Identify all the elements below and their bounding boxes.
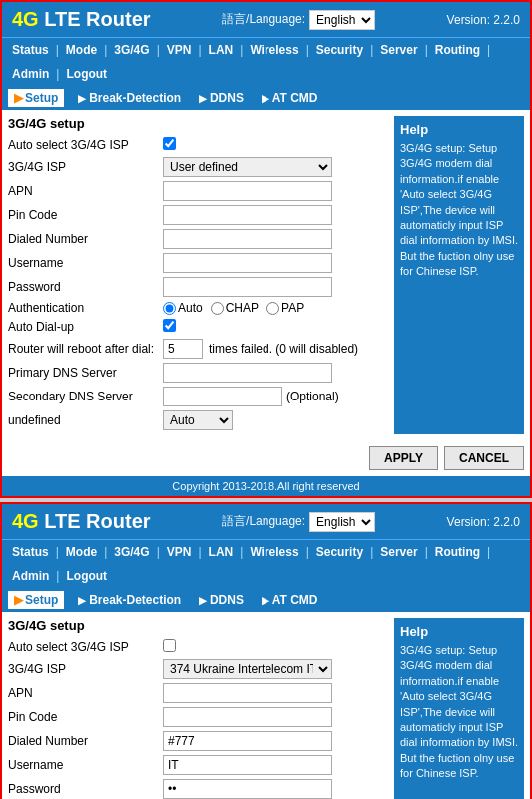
cancel-button[interactable]: CANCEL <box>444 446 524 470</box>
field-input-4[interactable] <box>163 731 332 751</box>
subnav-item-setup[interactable]: ▶Setup <box>8 591 64 609</box>
form-area: 3G/4G setupAuto select 3G/4G ISP3G/4G IS… <box>8 116 388 434</box>
help-text: 3G/4G setup: Setup 3G/4G modem dial info… <box>400 643 518 782</box>
field-input-6[interactable] <box>163 277 332 297</box>
password-input-6[interactable] <box>163 277 332 297</box>
form-row-5: Username <box>8 755 388 775</box>
nav-item-3g/4g[interactable]: 3G/4G <box>108 540 155 564</box>
subnav-item-ddns[interactable]: DDNS <box>195 591 248 609</box>
dns-primary-input[interactable] <box>163 363 332 383</box>
subnav-item-at cmd[interactable]: AT CMD <box>258 89 322 107</box>
nav-item-vpn[interactable]: VPN <box>161 38 198 62</box>
text-input-2[interactable] <box>163 181 332 201</box>
active-arrow: ▶ <box>14 593 23 607</box>
checkbox-8[interactable] <box>163 319 176 332</box>
field-input-2[interactable] <box>163 683 332 703</box>
subnav-item-at cmd[interactable]: AT CMD <box>258 591 322 609</box>
radio-pap[interactable] <box>266 302 279 315</box>
subnav-item-setup[interactable]: ▶Setup <box>8 89 64 107</box>
undefined-select[interactable]: Auto <box>163 410 233 430</box>
nav-item-mode[interactable]: Mode <box>60 540 103 564</box>
apply-button[interactable]: APPLY <box>369 446 438 470</box>
field-input-3[interactable] <box>163 205 332 225</box>
nav-item-security[interactable]: Security <box>310 540 369 564</box>
text-input-5[interactable] <box>163 755 332 775</box>
select-1[interactable]: 374 Ukraine Intertelecom ITUser defined <box>163 659 332 679</box>
reboot-suffix: times failed. (0 will disabled) <box>209 342 358 356</box>
nav-item-vpn[interactable]: VPN <box>161 540 198 564</box>
nav-item-status[interactable]: Status <box>6 540 55 564</box>
subnav-item-ddns[interactable]: DDNS <box>195 89 248 107</box>
section-title: 3G/4G setup <box>8 618 388 633</box>
title-4g: 4G <box>12 8 39 30</box>
radio-auto[interactable] <box>163 302 176 315</box>
nav-item-logout[interactable]: Logout <box>60 564 113 588</box>
text-input-3[interactable] <box>163 707 332 727</box>
field-label-2: APN <box>8 184 163 198</box>
nav-item-lan[interactable]: LAN <box>203 38 240 62</box>
nav-item-lan[interactable]: LAN <box>203 540 240 564</box>
subnav-item-breakdetection[interactable]: Break-Detection <box>74 89 185 107</box>
form-row-5: Username <box>8 253 388 273</box>
reboot-input[interactable] <box>163 339 203 359</box>
dns-secondary-input-wrap: (Optional) <box>163 387 339 406</box>
password-input-6[interactable] <box>163 779 332 799</box>
form-row-3: Pin Code <box>8 205 388 225</box>
form-row-2: APN <box>8 683 388 703</box>
nav-item-logout[interactable]: Logout <box>60 62 113 86</box>
router-panel-1: 4G LTE Router語言/Language:English中文Versio… <box>0 0 532 498</box>
dns-secondary-input[interactable] <box>163 387 282 406</box>
reboot-row: Router will reboot after dial:times fail… <box>8 339 388 359</box>
text-input-3[interactable] <box>163 205 332 225</box>
checkbox-0[interactable] <box>163 137 176 150</box>
subnav-item-breakdetection[interactable]: Break-Detection <box>74 591 185 609</box>
field-input-6[interactable] <box>163 779 332 799</box>
nav-item-wireless[interactable]: Wireless <box>244 38 304 62</box>
nav-item-status[interactable]: Status <box>6 38 55 62</box>
select-1[interactable]: User defined <box>163 157 332 177</box>
text-input-4[interactable] <box>163 731 332 751</box>
field-input-1[interactable]: User defined <box>163 157 332 177</box>
nav-item-3g/4g[interactable]: 3G/4G <box>108 38 155 62</box>
language-selector-area: 語言/Language:English中文 <box>222 10 375 30</box>
nav-item-admin[interactable]: Admin <box>6 564 55 588</box>
field-input-4[interactable] <box>163 229 332 249</box>
field-input-8[interactable] <box>163 319 332 335</box>
field-input-5[interactable] <box>163 253 332 273</box>
radio-group-7: AutoCHAPPAP <box>163 301 332 315</box>
help-title: Help <box>400 624 518 639</box>
radio-label-chap[interactable]: CHAP <box>211 301 259 315</box>
field-label-6: Password <box>8 280 163 294</box>
nav-item-routing[interactable]: Routing <box>429 38 486 62</box>
dns-secondary-label: Secondary DNS Server <box>8 390 163 403</box>
language-select[interactable]: English中文 <box>309 10 375 30</box>
text-input-5[interactable] <box>163 253 332 273</box>
router-panel-2: 4G LTE Router語言/Language:English中文Versio… <box>0 502 532 799</box>
text-input-2[interactable] <box>163 683 332 703</box>
nav-item-security[interactable]: Security <box>310 38 369 62</box>
checkbox-0[interactable] <box>163 639 176 652</box>
nav-item-admin[interactable]: Admin <box>6 62 55 86</box>
nav-item-server[interactable]: Server <box>374 540 423 564</box>
field-input-1[interactable]: 374 Ukraine Intertelecom ITUser defined <box>163 659 332 679</box>
language-select[interactable]: English中文 <box>309 512 375 532</box>
radio-label-pap[interactable]: PAP <box>266 301 304 315</box>
text-input-4[interactable] <box>163 229 332 249</box>
form-row-1: 3G/4G ISPUser defined <box>8 157 388 177</box>
dns-primary-row: Primary DNS Server <box>8 363 388 383</box>
field-input-2[interactable] <box>163 181 332 201</box>
title-lte: LTE <box>39 510 81 532</box>
form-row-1: 3G/4G ISP374 Ukraine Intertelecom ITUser… <box>8 659 388 679</box>
field-input-0[interactable] <box>163 137 332 153</box>
radio-chap[interactable] <box>211 302 224 315</box>
nav-item-server[interactable]: Server <box>374 38 423 62</box>
field-input-3[interactable] <box>163 707 332 727</box>
nav-item-mode[interactable]: Mode <box>60 38 103 62</box>
field-input-0[interactable] <box>163 639 332 655</box>
radio-label-auto[interactable]: Auto <box>163 301 203 315</box>
field-label-3: Pin Code <box>8 208 163 222</box>
field-input-5[interactable] <box>163 755 332 775</box>
nav-item-wireless[interactable]: Wireless <box>244 540 304 564</box>
nav-item-routing[interactable]: Routing <box>429 540 486 564</box>
field-label-1: 3G/4G ISP <box>8 160 163 174</box>
